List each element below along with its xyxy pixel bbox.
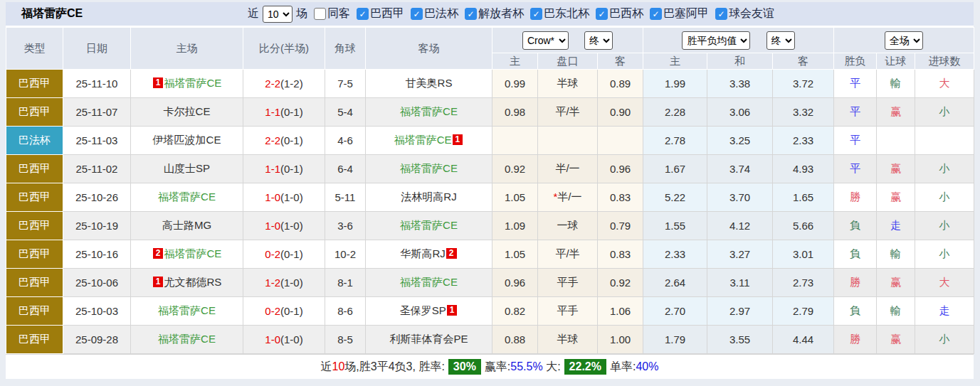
team-name[interactable]: 尤文都德RS: [164, 276, 221, 288]
league-label[interactable]: 巴法杯: [424, 6, 458, 21]
europe-away-odds: 2.33: [773, 127, 834, 155]
team-name[interactable]: 福塔雷萨CE: [400, 219, 458, 231]
team-name[interactable]: 福塔雷萨CE: [164, 77, 221, 89]
team-name[interactable]: 利斯菲体育会PE: [389, 333, 468, 345]
team-name[interactable]: 高士路MG: [162, 219, 211, 231]
team-name[interactable]: 华斯高RJ: [400, 247, 445, 259]
corners-score: 6-4: [325, 155, 366, 183]
league-filter-group: ✓巴西甲✓巴法杯✓解放者杯✓巴东北杯✓巴西杯✓巴塞阿甲✓球会友谊: [350, 6, 774, 21]
outcome-result: 勝: [834, 269, 877, 297]
team-name[interactable]: 福塔雷萨CE: [158, 191, 216, 203]
league-checkbox[interactable]: ✓: [715, 8, 727, 20]
europe-away-odds: 2.79: [773, 297, 834, 326]
match-row: 巴西甲25-11-07卡尔拉CE1-1(0-1)5-4福塔雷萨CE0.98平/半…: [6, 98, 974, 127]
team-name[interactable]: 甘美奥RS: [406, 77, 453, 89]
league-type-cell[interactable]: 巴西甲: [6, 240, 63, 269]
league-type-cell[interactable]: 巴西甲: [6, 326, 63, 354]
europe-time-select[interactable]: 终: [766, 31, 795, 50]
team-name[interactable]: 卡尔拉CE: [164, 105, 211, 117]
league-type-cell[interactable]: 巴西甲: [6, 269, 63, 297]
europe-away-odds: 3.01: [773, 240, 834, 269]
europe-away-odds: 5.66: [773, 212, 834, 240]
col-header-score: 比分(半场): [243, 28, 325, 70]
team-name[interactable]: 圣保罗SP: [400, 304, 446, 316]
col-header-corners: 角球: [325, 28, 366, 70]
league-checkbox[interactable]: ✓: [411, 8, 423, 20]
match-row: 巴西甲25-10-26福塔雷萨CE1-0(1-0)5-11法林明高RJ1.05*…: [6, 183, 974, 212]
match-date: 25-10-06: [63, 269, 131, 297]
europe-odds-group-header: 胜平负均值 终: [643, 28, 834, 53]
league-label[interactable]: 解放者杯: [478, 6, 524, 21]
asian-handicap-line: 平/半: [538, 240, 598, 269]
europe-away-odds: 2.73: [773, 269, 834, 297]
same-venue-checkbox[interactable]: [314, 8, 326, 20]
league-checkbox[interactable]: ✓: [357, 8, 369, 20]
league-type-cell[interactable]: 巴西甲: [6, 183, 63, 212]
result-scope-select[interactable]: 全场: [885, 31, 923, 50]
team-name[interactable]: 山度士SP: [164, 162, 210, 174]
europe-home-odds: 5.22: [643, 183, 707, 212]
asian-company-select[interactable]: Crow*: [522, 31, 569, 50]
league-type-cell[interactable]: 巴西甲: [6, 297, 63, 326]
handicap-result: 赢: [877, 269, 915, 297]
league-checkbox[interactable]: ✓: [596, 8, 608, 20]
corners-score: 8-1: [325, 269, 366, 297]
away-team-cell: 福塔雷萨CE: [366, 155, 492, 183]
subcol-europe-home: 主: [643, 53, 707, 70]
league-label[interactable]: 巴西甲: [370, 6, 404, 21]
team-name[interactable]: 福塔雷萨CE: [394, 134, 452, 146]
europe-away-odds: 3.72: [773, 70, 834, 98]
team-name[interactable]: 伊塔匹波加CE: [153, 134, 221, 146]
match-score: 1-2(1-0): [243, 269, 325, 297]
home-team-cell: 福塔雷萨CE: [131, 297, 243, 326]
away-team-cell: 福塔雷萨CE1: [366, 127, 492, 155]
league-type-cell[interactable]: 巴西甲: [6, 98, 63, 127]
home-team-cell: 福塔雷萨CE: [131, 183, 243, 212]
summary-badge: 22.2%: [564, 359, 606, 375]
rank-badge: 1: [153, 77, 164, 88]
subcol-europe-away: 客: [773, 53, 834, 70]
summary-badge: 30%: [448, 359, 481, 375]
team-name[interactable]: 福塔雷萨CE: [158, 333, 216, 345]
league-checkbox[interactable]: ✓: [650, 8, 662, 20]
match-date: 25-10-16: [63, 240, 131, 269]
league-type-cell[interactable]: 巴法杯: [6, 127, 63, 155]
goals-result: 小: [915, 155, 974, 183]
home-team-cell: 高士路MG: [131, 212, 243, 240]
match-score: 2-2(1-2): [243, 70, 325, 98]
corners-score: 7-5: [325, 70, 366, 98]
europe-draw-odds: 3.38: [707, 70, 773, 98]
asian-home-odds: 0.99: [492, 70, 538, 98]
europe-draw-odds: 3.27: [707, 240, 773, 269]
league-label[interactable]: 巴塞阿甲: [663, 6, 709, 21]
league-label[interactable]: 巴西杯: [609, 6, 643, 21]
league-type-cell[interactable]: 巴西甲: [6, 212, 63, 240]
europe-company-select[interactable]: 胜平负均值: [682, 31, 750, 50]
match-date: 25-11-03: [63, 127, 131, 155]
team-name[interactable]: 福塔雷萨CE: [400, 276, 458, 288]
same-venue-label[interactable]: 同客: [327, 6, 350, 21]
league-label[interactable]: 球会友谊: [729, 6, 774, 21]
league-label[interactable]: 巴东北杯: [544, 6, 589, 21]
asian-away-odds: 1.00: [598, 326, 643, 354]
asian-time-select[interactable]: 终: [584, 31, 613, 50]
recent-games-select[interactable]: 10: [263, 6, 293, 23]
league-checkbox[interactable]: ✓: [465, 8, 477, 20]
team-name[interactable]: 福塔雷萨CE: [400, 162, 458, 174]
league-checkbox[interactable]: ✓: [530, 8, 542, 20]
match-date: 25-11-07: [63, 98, 131, 127]
goals-result: 大: [915, 269, 974, 297]
team-name[interactable]: 法林明高RJ: [401, 191, 456, 203]
match-score: 0-2(0-1): [243, 240, 325, 269]
europe-home-odds: 2.64: [643, 269, 707, 297]
home-team-cell: 2福塔雷萨CE: [131, 240, 243, 269]
team-name[interactable]: 福塔雷萨CE: [158, 304, 216, 316]
league-type-cell[interactable]: 巴西甲: [6, 70, 63, 98]
team-name[interactable]: 福塔雷萨CE: [400, 105, 458, 117]
europe-home-odds: 1.67: [643, 155, 707, 183]
away-team-cell: 福塔雷萨CE: [366, 212, 492, 240]
team-name[interactable]: 福塔雷萨CE: [164, 247, 221, 259]
subcol-asian-away: 客: [598, 53, 643, 70]
league-type-cell[interactable]: 巴西甲: [6, 155, 63, 183]
asian-away-odds: 1.06: [598, 297, 643, 326]
